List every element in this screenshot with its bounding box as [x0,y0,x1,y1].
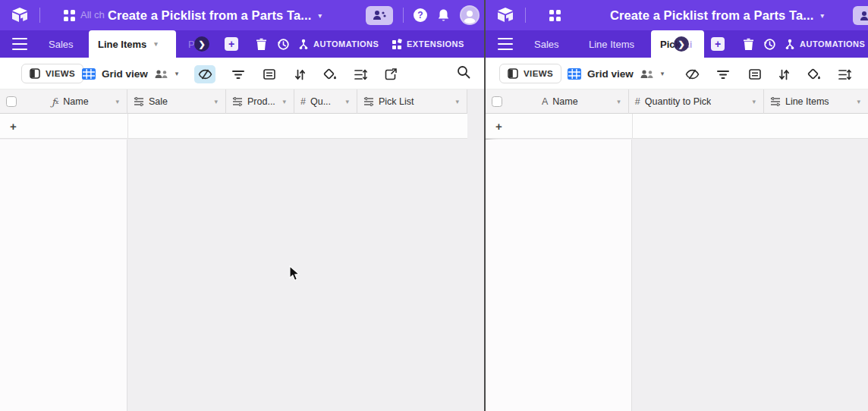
airtable-logo-icon[interactable] [496,6,516,24]
trash-icon[interactable] [255,38,268,51]
header-divider [39,8,40,23]
column-header-picklist[interactable]: Pick List ▾ [357,89,467,114]
tab-sales[interactable]: Sales [525,30,568,58]
column-header-quantity[interactable]: # Qu... ▾ [294,89,357,114]
share-view-button[interactable] [380,65,401,83]
color-button[interactable] [319,65,341,83]
automations-button[interactable]: AUTOMATIONS [785,30,865,58]
chevron-down-icon[interactable]: ▾ [661,70,665,77]
filter-funnel-icon [717,70,729,80]
help-icon[interactable]: ? [414,8,427,22]
history-icon[interactable] [277,38,290,51]
column-header-quantity-to-pick[interactable]: # Quantity to Pick ▾ [629,89,764,114]
eye-slash-icon [685,69,700,80]
notifications-bell-icon[interactable] [437,8,450,23]
add-record-row[interactable]: + [486,114,868,140]
view-toolbar: VIEWS Grid view ▾ [0,58,484,89]
chevron-down-icon[interactable]: ▾ [282,98,288,105]
chevron-down-icon[interactable]: ▾ [175,70,179,77]
view-switcher[interactable]: Grid view ▾ [568,58,664,89]
column-header-name[interactable]: A Name ▾ [486,89,629,114]
tab-line-items[interactable]: Line Items [580,30,643,58]
chevron-down-icon[interactable]: ▾ [820,11,824,20]
eye-slash-icon [198,69,212,80]
filter-button[interactable] [712,65,734,83]
column-label: Qu... [310,96,331,107]
tab-label: Line Items [589,39,634,50]
views-sidebar-toggle[interactable]: VIEWS [499,64,561,83]
chevron-right-icon: ❯ [678,39,684,49]
color-button[interactable] [804,65,825,83]
filter-button[interactable] [228,65,249,83]
tables-menu-icon[interactable] [12,38,27,50]
share-button[interactable] [853,6,868,25]
select-all-checkbox[interactable] [492,96,502,107]
row-height-button[interactable] [350,65,371,83]
tables-menu-icon[interactable] [498,38,513,50]
views-sidebar-toggle[interactable]: VIEWS [21,64,83,83]
plus-icon: + [715,38,721,50]
group-icon [749,69,761,80]
extensions-button[interactable]: EXTENSIONS [392,30,464,58]
scroll-tabs-right-icon[interactable]: ❯ [674,36,689,52]
column-header-line-items[interactable]: Line Items ▾ [764,89,868,114]
history-icon[interactable] [763,38,776,51]
column-header-row: A Name ▾ # Quantity to Pick ▾ Line Items… [486,89,868,114]
share-button[interactable] [366,6,393,25]
chevron-down-icon[interactable]: ▾ [115,98,121,105]
chevron-down-icon[interactable]: ▾ [857,98,862,105]
tab-line-items-active[interactable]: Line Items ▾ [89,30,176,58]
column-label: Prod... [247,96,275,107]
chevron-down-icon[interactable]: ▾ [345,98,351,105]
chevron-down-icon[interactable]: ▾ [752,98,757,105]
app-switcher-icon[interactable] [549,10,561,21]
scroll-tabs-right-icon[interactable]: ❯ [194,36,209,52]
plus-icon: + [495,120,502,133]
hide-fields-button[interactable] [194,65,215,83]
search-button[interactable] [457,65,470,79]
tab-label: Sales [49,39,74,50]
row-height-button[interactable] [834,65,855,83]
views-label: VIEWS [46,69,75,78]
plus-icon: + [10,120,17,133]
group-button[interactable] [259,65,280,83]
chevron-down-icon[interactable]: ▾ [455,98,461,105]
link-record-icon [363,97,374,106]
sort-button[interactable] [289,65,310,83]
paint-bucket-icon [323,68,337,80]
chevron-down-icon[interactable]: ▾ [318,11,322,20]
sort-button[interactable] [773,65,794,83]
header-divider [525,8,526,23]
base-title-group[interactable]: Create a Picklist from a Parts Ta... ▾ [105,0,325,30]
column-label: Line Items [785,96,829,107]
tab-label: Sales [534,39,559,50]
add-table-button[interactable]: + [711,37,725,51]
app-switcher-icon[interactable] [64,10,75,21]
user-avatar[interactable] [460,5,480,25]
top-app-bar: Create a Picklist from a Parts Ta... ▾ [486,0,868,30]
column-header-name[interactable]: ƒx Name ▾ [0,89,127,114]
select-all-checkbox[interactable] [6,96,17,107]
base-title-group[interactable]: Create a Picklist from a Parts Ta... ▾ [607,0,827,30]
column-header-sale[interactable]: Sale ▾ [127,89,226,114]
airtable-logo-icon[interactable] [11,6,30,24]
collaborator-add-icon [860,11,868,21]
base-title: Create a Picklist from a Parts Ta... [108,8,311,23]
add-table-button[interactable]: + [225,37,238,51]
column-header-product[interactable]: Prod... ▾ [226,89,294,114]
column-label: Name [552,96,577,107]
column-label: Name [63,96,88,107]
hide-fields-button[interactable] [681,65,703,83]
automations-button[interactable]: AUTOMATIONS [298,30,379,58]
window-left: All cha Create a Picklist from a Parts T… [0,0,484,411]
chevron-down-icon[interactable]: ▾ [154,40,158,48]
tab-sales[interactable]: Sales [39,30,83,58]
view-switcher[interactable]: Grid view ▾ [82,58,178,89]
chevron-right-icon: ❯ [198,39,205,49]
collaborator-add-icon [373,10,386,20]
chevron-down-icon[interactable]: ▾ [617,98,622,105]
group-button[interactable] [744,65,766,83]
chevron-down-icon[interactable]: ▾ [214,98,219,105]
add-record-row[interactable]: + [0,114,484,140]
trash-icon[interactable] [742,38,755,51]
